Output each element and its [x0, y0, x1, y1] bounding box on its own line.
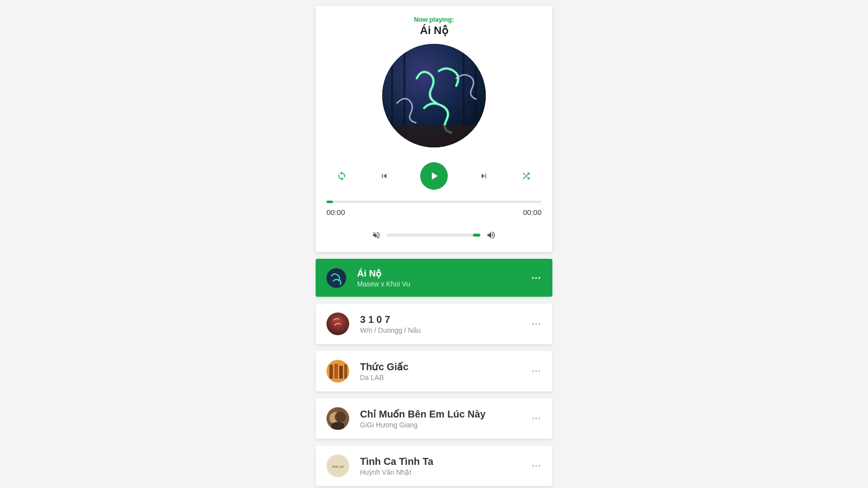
song-info: Ái Nộ Masew x Khoi Vu — [357, 268, 520, 288]
repeat-icon — [337, 171, 347, 181]
skip-previous-icon — [380, 172, 389, 180]
ellipsis-icon — [531, 413, 542, 424]
svg-point-20 — [535, 370, 537, 372]
player-card: Now playing: Ái Nộ — [316, 6, 552, 252]
song-thumb: tình ca — [326, 454, 349, 477]
svg-point-27 — [539, 418, 541, 419]
volume-bar[interactable] — [387, 234, 480, 237]
svg-point-8 — [535, 277, 537, 279]
svg-point-19 — [532, 370, 534, 372]
next-button[interactable] — [477, 170, 490, 182]
svg-point-24 — [335, 412, 346, 422]
skip-next-icon — [479, 172, 488, 180]
song-item-4[interactable]: tình ca Tình Ca Tình Ta Huỳnh Văn Nhật — [316, 446, 552, 486]
song-item-0[interactable]: Ái Nộ Masew x Khoi Vu — [316, 259, 552, 297]
volume-mute-icon[interactable] — [372, 231, 381, 240]
song-title: Tình Ca Tình Ta — [360, 456, 520, 467]
svg-point-31 — [535, 465, 537, 467]
ellipsis-icon — [531, 366, 542, 377]
song-info: Chỉ Muốn Bên Em Lúc Này GiGi Hương Giang — [360, 408, 520, 429]
svg-text:tình ca: tình ca — [332, 465, 344, 468]
svg-point-13 — [539, 323, 541, 325]
svg-rect-18 — [344, 364, 347, 379]
ellipsis-icon — [531, 318, 542, 329]
now-playing-title: Ái Nộ — [326, 24, 542, 37]
play-button[interactable] — [420, 162, 448, 190]
song-title: Chỉ Muốn Bên Em Lúc Này — [360, 408, 520, 420]
song-item-3[interactable]: Chỉ Muốn Bên Em Lúc Này GiGi Hương Giang — [316, 398, 552, 439]
song-title: Thức Giấc — [360, 361, 520, 373]
shuffle-icon — [521, 171, 531, 181]
svg-point-32 — [539, 465, 541, 467]
song-thumb — [326, 313, 349, 335]
album-art-image — [382, 44, 486, 147]
svg-point-9 — [539, 277, 541, 279]
song-menu-button[interactable] — [531, 366, 542, 377]
song-artist: GiGi Hương Giang — [360, 421, 520, 429]
app-root: Now playing: Ái Nộ — [0, 0, 868, 486]
song-info: Tình Ca Tình Ta Huỳnh Văn Nhật — [360, 456, 520, 476]
svg-rect-15 — [329, 365, 333, 379]
song-menu-button[interactable] — [531, 318, 542, 329]
now-playing-label: Now playing: — [326, 16, 542, 23]
player-controls — [326, 162, 542, 190]
repeat-button[interactable] — [335, 170, 348, 182]
ellipsis-icon — [531, 273, 542, 283]
playlist: Ái Nộ Masew x Khoi Vu 3 1 0 7 W/n / Duon… — [316, 259, 552, 486]
song-thumb — [326, 268, 346, 288]
album-art — [382, 44, 486, 147]
song-artist: Masew x Khoi Vu — [357, 280, 520, 288]
song-title: 3 1 0 7 — [360, 314, 520, 325]
svg-point-26 — [535, 418, 537, 419]
progress-section: 00:00 00:00 — [326, 201, 542, 216]
volume-section — [326, 230, 542, 240]
svg-point-12 — [535, 323, 537, 325]
volume-up-icon[interactable] — [486, 230, 496, 240]
svg-point-21 — [539, 370, 541, 372]
svg-point-25 — [532, 418, 534, 419]
song-menu-button[interactable] — [531, 413, 542, 424]
song-title: Ái Nộ — [357, 268, 520, 279]
song-thumb — [326, 360, 349, 383]
ellipsis-icon — [531, 460, 542, 471]
song-info: Thức Giấc Da LAB — [360, 361, 520, 382]
song-menu-button[interactable] — [531, 460, 542, 471]
svg-rect-16 — [334, 364, 338, 379]
svg-rect-17 — [339, 366, 343, 379]
volume-fill — [473, 234, 480, 237]
play-icon — [428, 170, 440, 182]
progress-fill — [326, 201, 333, 203]
song-item-1[interactable]: 3 1 0 7 W/n / Duongg / Nâu — [316, 304, 552, 344]
time-row: 00:00 00:00 — [326, 208, 542, 216]
progress-bar[interactable] — [326, 201, 542, 203]
previous-button[interactable] — [378, 170, 391, 182]
svg-rect-5 — [382, 125, 486, 147]
svg-point-30 — [532, 465, 534, 467]
song-artist: W/n / Duongg / Nâu — [360, 326, 520, 334]
song-thumb — [326, 407, 349, 430]
time-current: 00:00 — [326, 208, 345, 216]
time-total: 00:00 — [523, 208, 542, 216]
song-artist: Huỳnh Văn Nhật — [360, 468, 520, 476]
song-menu-button[interactable] — [531, 273, 542, 283]
svg-point-11 — [532, 323, 534, 325]
svg-point-7 — [532, 277, 534, 279]
song-item-2[interactable]: Thức Giấc Da LAB — [316, 351, 552, 391]
song-info: 3 1 0 7 W/n / Duongg / Nâu — [360, 314, 520, 334]
song-artist: Da LAB — [360, 374, 520, 382]
shuffle-button[interactable] — [520, 170, 533, 182]
svg-rect-6 — [326, 268, 346, 288]
